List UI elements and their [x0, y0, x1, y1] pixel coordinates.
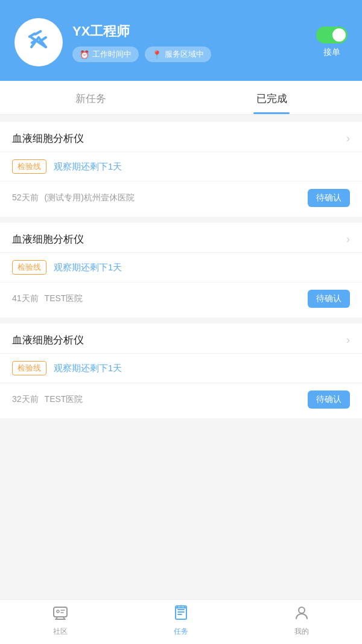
- card-1-header: 血液细胞分析仪 ›: [0, 122, 362, 152]
- service-area-tag: 📍 服务区域中: [145, 46, 211, 62]
- header-tags: ⏰ 工作时间中 📍 服务区域中: [72, 46, 211, 62]
- card-3-hospital: TEST医院: [45, 394, 83, 405]
- card-3-badge: 检验线: [12, 361, 46, 375]
- card-1-footer: 52天前 (测试专用)杭州壹休医院 待确认: [0, 182, 362, 217]
- card-1-tags-row: 检验线 观察期还剩下1天: [12, 159, 350, 174]
- tab-completed[interactable]: 已完成: [181, 81, 362, 114]
- avatar: [14, 18, 63, 66]
- card-3-time: 32天前: [12, 394, 39, 405]
- header: YX工程师 ⏰ 工作时间中 📍 服务区域中 接单: [0, 0, 362, 81]
- svg-rect-7: [54, 607, 67, 617]
- svg-point-15: [299, 607, 305, 613]
- card-3-observation: 观察期还剩下1天: [54, 363, 122, 374]
- nav-tasks[interactable]: 任务: [121, 605, 241, 637]
- card-3-header: 血液细胞分析仪 ›: [0, 324, 362, 354]
- card-2-title: 血液细胞分析仪: [12, 232, 84, 246]
- card-3-tags-row: 检验线 观察期还剩下1天: [12, 361, 350, 375]
- card-2-time: 41天前: [12, 293, 39, 304]
- card-2-status[interactable]: 待确认: [308, 290, 350, 308]
- content: 血液细胞分析仪 › 检验线 观察期还剩下1天 52天前 (测试专用)杭州壹休医院…: [0, 115, 362, 426]
- card-1-footer-left: 52天前 (测试专用)杭州壹休医院: [12, 193, 135, 203]
- tabs: 新任务 已完成: [0, 81, 362, 115]
- toggle-area[interactable]: 接单: [316, 27, 348, 58]
- nav-mine[interactable]: 我的: [241, 605, 362, 637]
- community-label: 社区: [53, 626, 68, 637]
- card-2-tags-row: 检验线 观察期还剩下1天: [12, 260, 350, 275]
- card-3-body: 检验线 观察期还剩下1天: [0, 354, 362, 383]
- svg-rect-14: [176, 607, 186, 608]
- card-2-hospital: TEST医院: [45, 293, 83, 304]
- chevron-right-icon-3: ›: [346, 334, 350, 346]
- card-3-status[interactable]: 待确认: [308, 391, 350, 409]
- mine-label: 我的: [294, 626, 309, 637]
- card-3-footer: 32天前 TEST医院 待确认: [0, 383, 362, 418]
- card-1-status[interactable]: 待确认: [308, 189, 350, 207]
- card-1-badge: 检验线: [12, 159, 46, 174]
- task-card-2[interactable]: 血液细胞分析仪 › 检验线 观察期还剩下1天 41天前 TEST医院 待确认: [0, 223, 362, 317]
- card-2-footer: 41天前 TEST医院 待确认: [0, 282, 362, 317]
- task-card-1[interactable]: 血液细胞分析仪 › 检验线 观察期还剩下1天 52天前 (测试专用)杭州壹休医院…: [0, 122, 362, 217]
- card-3-title: 血液细胞分析仪: [12, 333, 84, 347]
- bottom-nav: 社区 任务 我的: [0, 599, 362, 644]
- card-1-title: 血液细胞分析仪: [12, 132, 84, 145]
- card-2-body: 检验线 观察期还剩下1天: [0, 253, 362, 282]
- clock-icon: ⏰: [80, 50, 89, 59]
- work-time-tag: ⏰ 工作时间中: [72, 46, 139, 62]
- header-info: YX工程师 ⏰ 工作时间中 📍 服务区域中: [72, 22, 211, 62]
- tab-new-tasks[interactable]: 新任务: [0, 81, 181, 114]
- toggle-switch[interactable]: [316, 27, 348, 43]
- card-2-header: 血液细胞分析仪 ›: [0, 223, 362, 253]
- chevron-right-icon-2: ›: [346, 233, 350, 246]
- header-left: YX工程师 ⏰ 工作时间中 📍 服务区域中: [14, 18, 211, 66]
- card-2-footer-left: 41天前 TEST医院: [12, 293, 83, 304]
- engineer-name: YX工程师: [72, 22, 211, 40]
- task-card-3[interactable]: 血液细胞分析仪 › 检验线 观察期还剩下1天 32天前 TEST医院 待确认: [0, 324, 362, 418]
- toggle-label: 接单: [323, 47, 340, 58]
- tasks-icon: [173, 605, 189, 624]
- location-icon: 📍: [152, 50, 162, 59]
- mine-icon: [294, 605, 310, 624]
- svg-point-9: [57, 610, 59, 613]
- card-1-hospital: (测试专用)杭州壹休医院: [45, 193, 135, 203]
- tasks-label: 任务: [174, 626, 188, 637]
- card-1-time: 52天前: [12, 193, 39, 203]
- card-1-observation: 观察期还剩下1天: [54, 161, 122, 173]
- card-3-footer-left: 32天前 TEST医院: [12, 394, 83, 405]
- community-icon: [52, 605, 68, 624]
- chevron-right-icon: ›: [346, 132, 350, 145]
- nav-community[interactable]: 社区: [0, 605, 121, 637]
- toggle-knob: [332, 28, 346, 42]
- card-2-badge: 检验线: [12, 260, 46, 275]
- card-1-body: 检验线 观察期还剩下1天: [0, 152, 362, 182]
- card-2-observation: 观察期还剩下1天: [54, 262, 122, 273]
